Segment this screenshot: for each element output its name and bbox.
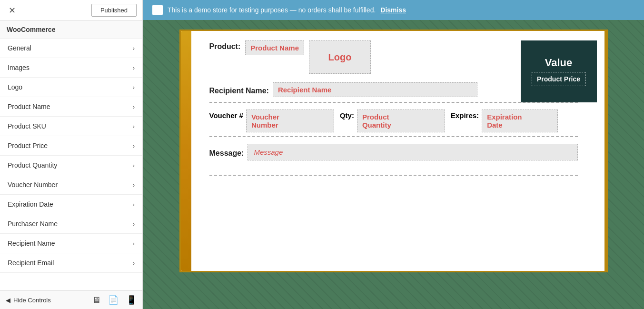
pencil-icon: ✏ — [152, 5, 163, 15]
product-label: Product: — [209, 40, 241, 51]
published-button[interactable]: Published — [91, 4, 137, 17]
sidebar: ✕ Published WooCommerce General›Images›L… — [0, 0, 143, 309]
sidebar-item-recipient-name[interactable]: Recipient Name› — [0, 234, 142, 253]
chevron-icon: › — [133, 103, 135, 110]
sidebar-item-label: Product Name — [8, 103, 50, 110]
sidebar-item-product-price[interactable]: Product Price› — [0, 136, 142, 156]
chevron-icon: › — [133, 220, 135, 228]
page-icon[interactable]: 📄 — [108, 295, 119, 305]
banner-text: This is a demo store for testing purpose… — [168, 6, 376, 14]
canvas-area: Value Product Price Product: Product Nam… — [143, 20, 644, 309]
dashed-divider-3 — [209, 175, 578, 176]
voucher-info-row: Voucher # Voucher Number Qty: Product Qu… — [209, 110, 578, 132]
sidebar-item-images[interactable]: Images› — [0, 58, 142, 78]
chevron-icon: › — [133, 201, 135, 208]
footer-icons: 🖥 📄 📱 — [92, 295, 137, 305]
expires-label: Expires: — [451, 110, 479, 120]
chevron-icon: › — [133, 45, 135, 52]
chevron-icon: › — [133, 142, 135, 150]
sidebar-item-label: Purchaser Name — [8, 220, 58, 228]
sidebar-item-label: Product SKU — [8, 122, 46, 130]
expiration-date-field[interactable]: Expiration Date — [482, 110, 558, 132]
qty-group: Qty: Product Quantity — [340, 110, 445, 132]
chevron-icon: › — [133, 123, 135, 130]
chevron-icon: › — [133, 181, 135, 189]
sidebar-item-voucher-number[interactable]: Voucher Number› — [0, 175, 142, 195]
value-box: Value Product Price — [521, 40, 597, 102]
expires-group: Expires: Expiration Date — [451, 110, 558, 132]
sidebar-item-label: Expiration Date — [8, 200, 53, 208]
sidebar-item-logo[interactable]: Logo› — [0, 78, 142, 97]
sidebar-item-label: Product Price — [8, 142, 48, 150]
sidebar-items-list: General›Images›Logo›Product Name›Product… — [0, 39, 142, 290]
sidebar-item-label: Product Quantity — [8, 161, 57, 169]
chevron-icon: › — [133, 259, 135, 267]
dashed-divider-2 — [209, 136, 578, 137]
main-content: ✏ This is a demo store for testing purpo… — [143, 0, 644, 309]
sidebar-item-label: Recipient Name — [8, 239, 55, 247]
chevron-icon: › — [133, 162, 135, 169]
sidebar-item-label: Voucher Number — [8, 181, 58, 189]
product-price-value-box: Product Price — [532, 72, 585, 86]
recipient-label: Recipient Name: — [209, 85, 269, 95]
sidebar-header: ✕ Published — [0, 0, 142, 21]
monitor-icon[interactable]: 🖥 — [92, 295, 100, 305]
voucher-number-field[interactable]: Voucher Number — [246, 110, 334, 132]
message-field[interactable]: Message — [248, 144, 577, 160]
sidebar-item-label: Images — [8, 64, 30, 71]
woocommerce-section-title: WooCommerce — [0, 21, 142, 39]
logo-field[interactable]: Logo — [309, 40, 371, 74]
hide-controls-button[interactable]: ◀ Hide Controls — [6, 297, 51, 304]
qty-label: Qty: — [340, 110, 354, 120]
recipient-name-field[interactable]: Recipient Name — [273, 82, 477, 97]
product-quantity-field[interactable]: Product Quantity — [357, 110, 445, 132]
mobile-icon[interactable]: 📱 — [126, 295, 137, 305]
sidebar-item-label: General — [8, 44, 31, 52]
sidebar-item-product-name[interactable]: Product Name› — [0, 97, 142, 117]
voucher-card: Value Product Price Product: Product Nam… — [179, 30, 608, 272]
sidebar-item-label: Logo — [8, 83, 22, 91]
hide-controls-label: Hide Controls — [13, 297, 51, 304]
sidebar-item-label: Recipient Email — [8, 259, 54, 267]
sidebar-item-expiration-date[interactable]: Expiration Date› — [0, 195, 142, 214]
dismiss-link[interactable]: Dismiss — [380, 6, 406, 14]
voucher-number-group: Voucher # Voucher Number — [209, 110, 334, 132]
close-button[interactable]: ✕ — [6, 4, 19, 17]
chevron-icon: › — [133, 84, 135, 91]
sidebar-item-purchaser-name[interactable]: Purchaser Name› — [0, 214, 142, 234]
sidebar-item-product-sku[interactable]: Product SKU› — [0, 117, 142, 136]
voucher-number-label: Voucher # — [209, 110, 243, 120]
message-label: Message: — [209, 147, 244, 158]
message-row: Message: Message — [209, 144, 578, 160]
sidebar-footer: ◀ Hide Controls 🖥 📄 📱 — [0, 290, 142, 309]
sidebar-item-product-quantity[interactable]: Product Quantity› — [0, 156, 142, 175]
sidebar-item-general[interactable]: General› — [0, 39, 142, 58]
product-name-field[interactable]: Product Name — [245, 40, 304, 55]
chevron-icon: › — [133, 240, 135, 247]
value-title: Value — [545, 57, 572, 69]
hide-controls-icon: ◀ — [6, 297, 10, 304]
sidebar-item-recipient-email[interactable]: Recipient Email› — [0, 253, 142, 273]
chevron-icon: › — [133, 64, 135, 71]
demo-banner: ✏ This is a demo store for testing purpo… — [143, 0, 644, 20]
